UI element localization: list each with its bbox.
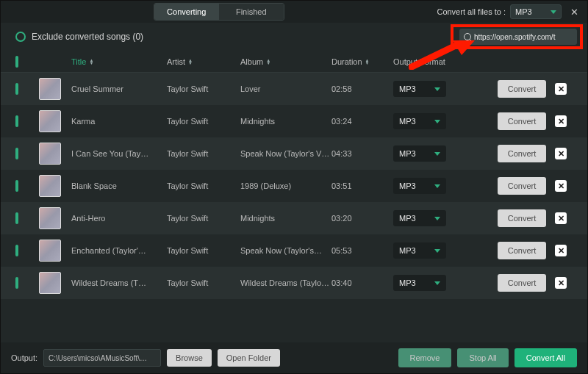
convert-button[interactable]: Convert (498, 209, 546, 227)
convert-all-button[interactable]: Convert All (514, 348, 577, 367)
format-dropdown[interactable]: MP3 (393, 242, 446, 259)
table-row: I Can See You (Tay…Taylor SwiftSpeak Now… (1, 137, 587, 170)
url-input[interactable]: https://open.spotify.com/t (459, 29, 577, 45)
chevron-down-icon (434, 184, 440, 188)
chevron-down-icon (551, 10, 556, 14)
browse-button[interactable]: Browse (167, 349, 212, 367)
close-icon[interactable]: ✕ (567, 7, 581, 18)
url-text: https://open.spotify.com/t (474, 33, 555, 41)
convert-button[interactable]: Convert (498, 242, 546, 259)
cell-artist: Taylor Swift (167, 181, 240, 190)
album-art (39, 207, 61, 229)
output-label: Output: (11, 353, 37, 362)
convert-all-label: Convert all files to : (437, 7, 506, 16)
convert-all-dropdown[interactable]: MP3 (510, 4, 562, 19)
cell-title: Anti-Hero (71, 214, 167, 223)
convert-button[interactable]: Convert (498, 274, 546, 292)
header-duration[interactable]: Duration ▲▼ (331, 57, 393, 66)
table-row: Anti-HeroTaylor SwiftMidnights03:20MP3Co… (1, 202, 587, 234)
exclude-toggle[interactable]: Exclude converted songs (0) (15, 32, 143, 42)
album-art (39, 240, 61, 262)
stop-all-button[interactable]: Stop All (457, 348, 508, 367)
format-dropdown[interactable]: MP3 (393, 178, 446, 194)
table-row: Cruel SummerTaylor SwiftLover02:58MP3Con… (1, 73, 587, 105)
header-duration-label: Duration (331, 57, 362, 66)
remove-row-icon[interactable]: ✕ (555, 83, 567, 95)
album-art (39, 175, 61, 197)
chevron-down-icon (434, 249, 440, 253)
cell-duration: 03:51 (331, 181, 393, 190)
cell-artist: Taylor Swift (167, 149, 240, 158)
format-value: MP3 (399, 246, 416, 255)
format-value: MP3 (399, 278, 416, 287)
track-list: Cruel SummerTaylor SwiftLover02:58MP3Con… (1, 73, 587, 342)
remove-row-icon[interactable]: ✕ (555, 115, 567, 127)
cell-album: Wildest Dreams (Taylo… (240, 278, 331, 287)
footer-bar: Output: C:\Users\micso\AMusicSoft\… Brow… (1, 342, 587, 373)
cell-title: Enchanted (Taylor'… (71, 246, 167, 255)
chevron-down-icon (434, 281, 440, 285)
output-path-input[interactable]: C:\Users\micso\AMusicSoft\… (43, 349, 161, 367)
header-artist[interactable]: Artist ▲▼ (167, 57, 240, 66)
cell-artist: Taylor Swift (167, 117, 240, 126)
row-checkbox[interactable] (15, 115, 18, 127)
album-art (39, 110, 61, 132)
cell-artist: Taylor Swift (167, 278, 240, 287)
header-album[interactable]: Album ▲▼ (240, 57, 331, 66)
remove-row-icon[interactable]: ✕ (555, 277, 567, 289)
header-album-label: Album (240, 57, 263, 66)
cell-duration: 04:33 (331, 149, 393, 158)
convert-button[interactable]: Convert (498, 80, 546, 98)
app-window: Converting Finished Convert all files to… (0, 0, 588, 374)
remove-button[interactable]: Remove (398, 348, 452, 367)
cell-title: Blank Space (71, 181, 167, 190)
row-checkbox[interactable] (15, 180, 18, 192)
convert-button[interactable]: Convert (498, 177, 546, 195)
remove-row-icon[interactable]: ✕ (555, 148, 567, 159)
remove-row-icon[interactable]: ✕ (555, 180, 567, 192)
row-checkbox[interactable] (15, 212, 18, 224)
sort-icon: ▲▼ (188, 59, 193, 65)
convert-button[interactable]: Convert (498, 145, 546, 162)
row-checkbox[interactable] (15, 148, 18, 159)
tab-finished[interactable]: Finished (219, 4, 284, 20)
sort-icon: ▲▼ (365, 59, 370, 65)
cell-artist: Taylor Swift (167, 84, 240, 93)
sort-icon: ▲▼ (266, 59, 270, 65)
chevron-down-icon (434, 120, 440, 123)
chevron-down-icon (434, 217, 440, 220)
convert-all-value: MP3 (515, 7, 532, 16)
open-folder-button[interactable]: Open Folder (218, 349, 280, 367)
format-dropdown[interactable]: MP3 (393, 81, 446, 97)
cell-album: Midnights (240, 117, 331, 126)
format-dropdown[interactable]: MP3 (393, 275, 446, 291)
radio-icon (15, 32, 26, 42)
header-title[interactable]: Title ▲▼ (71, 57, 167, 66)
row-checkbox[interactable] (15, 277, 18, 289)
cell-artist: Taylor Swift (167, 214, 240, 223)
cell-title: I Can See You (Tay… (71, 149, 167, 158)
format-dropdown[interactable]: MP3 (393, 113, 446, 129)
cell-duration: 03:20 (331, 214, 393, 223)
format-value: MP3 (399, 84, 416, 93)
remove-row-icon[interactable]: ✕ (555, 245, 567, 256)
tab-converting[interactable]: Converting (154, 4, 219, 20)
cell-album: Midnights (240, 214, 331, 223)
format-value: MP3 (399, 214, 416, 223)
cell-title: Cruel Summer (71, 84, 167, 93)
chevron-down-icon (434, 87, 440, 91)
cell-artist: Taylor Swift (167, 246, 240, 255)
search-icon (464, 33, 471, 40)
cell-duration: 03:24 (331, 117, 393, 126)
row-checkbox[interactable] (15, 83, 18, 95)
select-all-checkbox[interactable] (15, 56, 18, 68)
format-dropdown[interactable]: MP3 (393, 210, 446, 226)
row-checkbox[interactable] (15, 245, 18, 256)
cell-album: 1989 (Deluxe) (240, 181, 331, 190)
remove-row-icon[interactable]: ✕ (555, 212, 567, 224)
format-value: MP3 (399, 117, 416, 126)
cell-album: Speak Now (Taylor's… (240, 246, 331, 255)
convert-all-to: Convert all files to : MP3 (437, 4, 562, 19)
convert-button[interactable]: Convert (498, 112, 546, 130)
format-dropdown[interactable]: MP3 (393, 145, 446, 162)
